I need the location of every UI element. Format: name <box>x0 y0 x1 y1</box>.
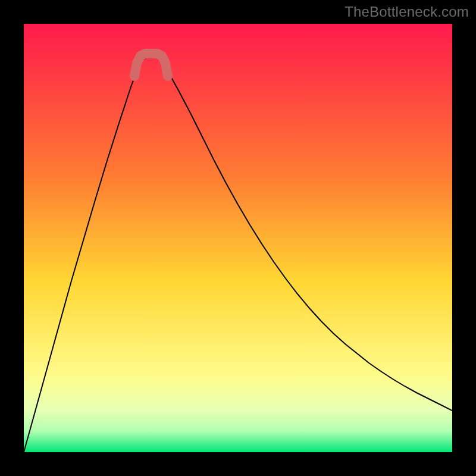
background-gradient <box>24 24 452 452</box>
chart-frame: TheBottleneck.com <box>0 0 476 476</box>
plot-area <box>24 24 452 452</box>
watermark-text: TheBottleneck.com <box>345 4 469 20</box>
chart-svg <box>24 24 452 452</box>
